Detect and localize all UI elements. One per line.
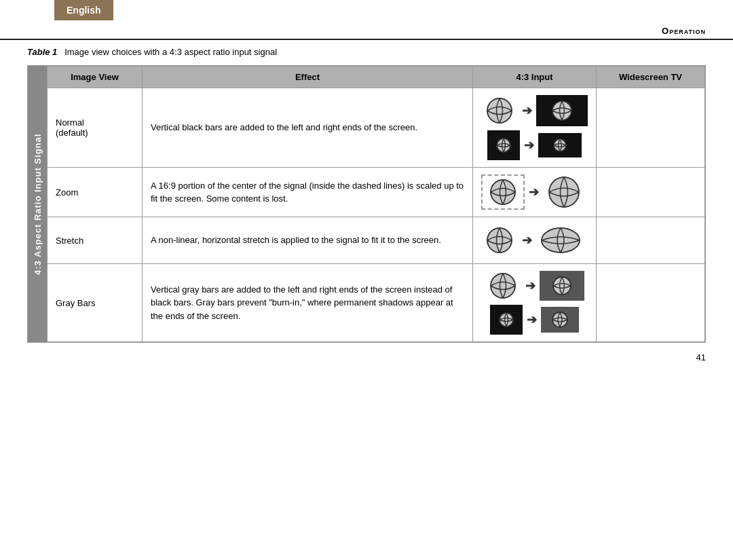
bball-row-graybars-2: ➔ [490, 305, 579, 335]
table-row: Stretch A non-linear, horizontal stretch… [48, 217, 705, 264]
bball-43-bars-wide-2 [487, 130, 520, 160]
bball-pair-normal: ➔ [481, 95, 588, 160]
visual-stretch-widescreen [597, 217, 705, 264]
effect-zoom: A 16:9 portion of the center of the sign… [143, 168, 473, 217]
visual-graybars-43: ➔ [473, 264, 597, 342]
visual-normal-widescreen [597, 88, 705, 168]
basketball-svg [550, 137, 570, 153]
main-table-wrapper: 4:3 Aspect Ratio Input Signal Image View… [0, 65, 733, 343]
basketball-svg [485, 272, 521, 300]
basketball-svg-stretched [536, 224, 585, 257]
effect-normal: Vertical black bars are added to the lef… [143, 88, 473, 168]
bball-dashed [481, 174, 525, 210]
arrow-icon: ➔ [527, 312, 537, 327]
bball-row-stretch: ➔ [481, 224, 588, 257]
table-header-row: Image View Effect 4:3 Input Widescreen T… [48, 67, 705, 88]
visual-stretch-43: ➔ [473, 217, 597, 264]
bball-row-normal-1: ➔ [481, 95, 588, 126]
bball-gray-output-1 [540, 271, 584, 301]
sidebar-label: 4:3 Aspect Ratio Input Signal [28, 66, 47, 342]
effect-graybars: Vertical gray bars are added to the left… [143, 264, 473, 342]
table-row: Zoom A 16:9 portion of the center of the… [48, 168, 705, 217]
visual-graybars-widescreen [597, 264, 705, 342]
table-outer: 4:3 Aspect Ratio Input Signal Image View… [27, 65, 706, 343]
basketball-svg [481, 96, 518, 125]
bball-43-plain-1 [481, 96, 518, 125]
table-caption-text: Image view choices with a 4:3 aspect rat… [64, 47, 277, 57]
bball-gray-output-2 [541, 307, 579, 333]
table-caption: Table 1 Image view choices with a 4:3 as… [0, 40, 733, 62]
col-header-imageview: Image View [48, 67, 143, 88]
arrow-icon: ➔ [525, 278, 535, 293]
bball-zoom-output [543, 176, 585, 208]
arrow-icon: ➔ [529, 185, 539, 200]
basketball-svg [494, 311, 519, 329]
col-header-43input: 4:3 Input [473, 67, 597, 88]
arrow-icon: ➔ [524, 138, 534, 153]
table-row: Normal(default) Vertical black bars are … [48, 88, 705, 168]
bball-stretch-input [481, 226, 518, 255]
col-header-effect: Effect [143, 67, 473, 88]
operation-label: Operation [662, 26, 706, 36]
col-header-widescreen: Widescreen TV [597, 67, 705, 88]
basketball-svg [491, 136, 516, 154]
arrow-icon: ➔ [522, 103, 532, 118]
english-tab: English [54, 0, 113, 20]
visual-zoom-43: ➔ [473, 168, 597, 217]
bball-row-zoom: ➔ [481, 174, 588, 210]
imageview-graybars: Gray Bars [48, 264, 143, 342]
operation-header: Operation [0, 20, 733, 40]
bball-stretch-output [536, 224, 585, 257]
basketball-svg [548, 99, 576, 122]
basketball-svg [481, 226, 518, 255]
main-table: Image View Effect 4:3 Input Widescreen T… [47, 66, 705, 342]
bball-pair-graybars: ➔ [481, 271, 588, 335]
imageview-zoom: Zoom [48, 168, 143, 217]
table-row: Gray Bars Vertical gray bars are added t… [48, 264, 705, 342]
imageview-normal: Normal(default) [48, 88, 143, 168]
page-number: 41 [0, 343, 733, 362]
basketball-svg [543, 176, 585, 208]
bball-gb-input-2 [490, 305, 523, 335]
effect-stretch: A non-linear, horizontal stretch is appl… [143, 217, 473, 264]
visual-zoom-widescreen [597, 168, 705, 217]
visual-normal-43: ➔ [473, 88, 597, 168]
basketball-svg [548, 310, 572, 329]
bball-row-graybars-1: ➔ [485, 271, 584, 301]
bball-gb-input-1 [485, 272, 521, 300]
arrow-icon: ➔ [522, 233, 532, 248]
bball-row-normal-2: ➔ [487, 130, 582, 160]
bball-wide-output-small [538, 133, 582, 157]
table-caption-bold: Table 1 [27, 47, 57, 57]
bball-wide-bars-1 [536, 95, 588, 126]
imageview-stretch: Stretch [48, 217, 143, 264]
basketball-svg [548, 274, 576, 297]
basketball-svg [485, 178, 521, 206]
